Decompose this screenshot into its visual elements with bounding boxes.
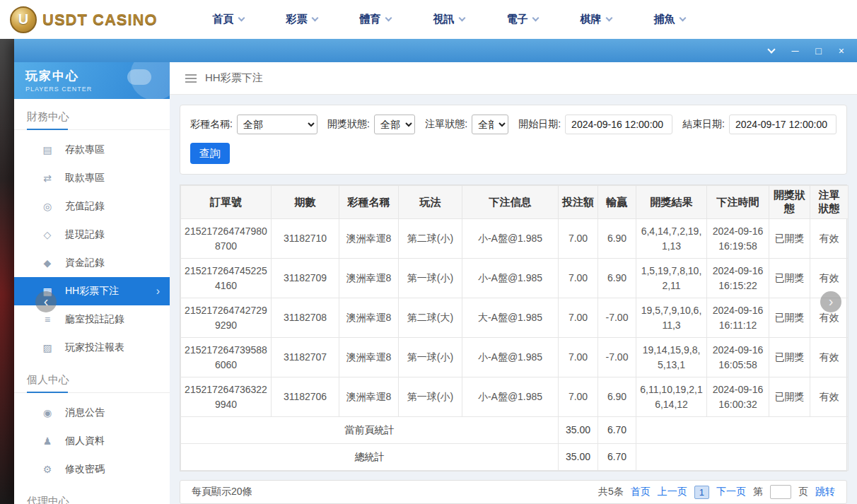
cell-period: 31182708 — [272, 298, 339, 338]
chevron-right-icon: › — [156, 285, 160, 298]
jump-button[interactable]: 跳转 — [815, 486, 835, 498]
window-minimize-button[interactable]: ─ — [791, 46, 798, 56]
nav-item-fishing[interactable]: 捕魚 — [633, 13, 706, 26]
current-page[interactable]: 1 — [694, 486, 709, 499]
cell-play: 第一球(小) — [399, 259, 462, 298]
order-status-select[interactable]: 全部 — [472, 115, 508, 134]
logo-text: USDT CASINO — [42, 11, 158, 29]
sidebar-item-cashout-record[interactable]: ◇ 提現記錄 — [14, 221, 170, 249]
cell-amount: 7.00 — [559, 338, 598, 377]
players-center-title: 玩家中心 — [25, 68, 170, 84]
cell-order: 2152172647479808700 — [181, 219, 272, 259]
cashout-record-icon: ◇ — [41, 229, 54, 240]
chevron-down-icon — [679, 15, 686, 22]
sidebar-item-label: 個人資料 — [65, 435, 105, 447]
carousel-next-button[interactable]: › — [820, 291, 841, 312]
cell-time: 2024-09-16 16:11:12 — [707, 298, 769, 338]
sidebar-item-deposit[interactable]: ▤ 存款專區 — [14, 136, 170, 164]
end-date-label: 結束日期: — [682, 118, 725, 131]
sidebar-item-recharge-record[interactable]: ◎ 充值記錄 — [14, 192, 170, 221]
draw-status-select[interactable]: 全部 — [374, 115, 415, 134]
deposit-icon: ▤ — [41, 144, 54, 156]
total-summary-amount: 35.00 — [559, 444, 598, 471]
sidebar-item-announcement[interactable]: ◉ 消息公告 — [14, 399, 170, 427]
cell-info: 大-A盤@1.985 — [462, 298, 559, 338]
sidebar-item-hall-bet-record[interactable]: ≡ 廳室投註記錄 — [14, 305, 170, 334]
page-jump-input[interactable] — [770, 485, 791, 499]
players-center-header: 玩家中心 PLAYERS CENTER — [14, 62, 170, 99]
section-personal-center: 個人中心 — [14, 362, 170, 393]
sidebar-item-player-report[interactable]: ▨ 玩家投注報表 — [14, 334, 170, 362]
nav-item-home[interactable]: 首頁 — [192, 13, 265, 26]
cell-order: 2152172647427299290 — [181, 298, 272, 338]
total-summary-winloss: 6.70 — [598, 444, 636, 471]
sidebar-item-withdraw[interactable]: ⇄ 取款專區 — [14, 164, 170, 192]
section-underline — [27, 129, 68, 130]
cell-time: 2024-09-16 16:19:58 — [707, 219, 769, 259]
sidebar-item-profile[interactable]: ♟ 個人資料 — [14, 427, 170, 455]
window-maximize-button[interactable]: □ — [815, 46, 821, 56]
cell-winloss: 6.90 — [598, 259, 636, 298]
sidebar-item-label: 資金記錄 — [65, 257, 105, 269]
menu-toggle-icon[interactable] — [185, 78, 197, 79]
cell-order-status: 有效 — [810, 338, 849, 377]
end-date-input[interactable] — [729, 115, 836, 134]
nav-item-cards[interactable]: 棋牌 — [559, 13, 633, 26]
cell-amount: 7.00 — [559, 219, 598, 259]
bets-table-panel: 訂單號 期數 彩種名稱 玩法 下注信息 投注額 輸贏 開獎結果 下注時間 開獎狀… — [180, 184, 847, 471]
cell-time: 2024-09-16 16:05:58 — [707, 338, 769, 377]
table-footer: 每頁顯示20條 共5条 首页 上一页 1 下一页 第 页 跳转 — [180, 480, 847, 504]
jump-label-prefix: 第 — [753, 486, 763, 498]
sidebar-item-label: 消息公告 — [65, 406, 105, 419]
nav-item-label: 首頁 — [213, 13, 234, 26]
cell-lottery: 澳洲幸運8 — [339, 377, 399, 417]
window-titlebar: ─ □ × — [14, 39, 857, 62]
bell-icon: ◉ — [41, 407, 54, 418]
top-navigation: U USDT CASINO 首頁 彩票 體育 視訊 電子 棋牌 捕魚 — [0, 0, 857, 39]
window-close-button[interactable]: × — [839, 46, 844, 56]
cell-order: 2152172647363229940 — [181, 377, 272, 417]
sidebar-item-label: 提現記錄 — [65, 228, 105, 241]
sidebar-item-change-password[interactable]: ⚙ 修改密碼 — [14, 455, 170, 484]
chevron-down-icon — [458, 15, 465, 22]
prev-page-link[interactable]: 上一页 — [658, 486, 687, 498]
page-summary-row: 當前頁統計 35.00 6.70 — [181, 417, 849, 444]
cell-period: 31182707 — [272, 338, 339, 377]
col-bet-info: 下注信息 — [462, 186, 559, 219]
search-button[interactable]: 查詢 — [190, 143, 230, 164]
cell-time: 2024-09-16 16:00:32 — [707, 377, 769, 417]
lottery-name-select[interactable]: 全部 — [237, 115, 317, 134]
next-page-link[interactable]: 下一页 — [716, 486, 746, 498]
start-date-input[interactable] — [565, 115, 672, 134]
draw-status-label: 開獎狀態: — [327, 118, 370, 131]
nav-item-label: 電子 — [507, 13, 528, 26]
logo-icon: U — [10, 6, 37, 33]
window-collapse-button[interactable] — [769, 49, 774, 52]
sidebar-item-label: 修改密碼 — [65, 463, 105, 476]
cell-result: 6,11,10,19,2,16,14,12 — [636, 377, 707, 417]
nav-item-slots[interactable]: 電子 — [486, 13, 559, 26]
cell-amount: 7.00 — [559, 259, 598, 298]
first-page-link[interactable]: 首页 — [631, 486, 651, 498]
col-draw-status: 開獎狀態 — [769, 186, 810, 219]
gamepad-icon — [127, 69, 151, 85]
logo[interactable]: U USDT CASINO — [10, 6, 158, 33]
nav-item-label: 彩票 — [286, 13, 308, 26]
cell-order-status: 有效 — [810, 377, 849, 417]
nav-item-live[interactable]: 視訊 — [412, 13, 486, 26]
cell-result: 19,5,7,9,10,6,11,3 — [636, 298, 707, 338]
cell-result: 6,4,14,7,2,19,1,13 — [636, 219, 707, 259]
page-size-label: 每頁顯示20條 — [192, 486, 252, 498]
carousel-prev-button[interactable]: ‹ — [35, 291, 57, 312]
total-summary-label: 總統計 — [181, 444, 559, 471]
chevron-down-icon — [532, 15, 539, 22]
nav-item-lottery[interactable]: 彩票 — [265, 13, 339, 26]
nav-item-sports[interactable]: 體育 — [339, 13, 412, 26]
sidebar-item-label: 取款專區 — [65, 172, 105, 184]
cell-draw-status: 已開獎 — [769, 338, 810, 377]
player-report-icon: ▨ — [41, 342, 54, 353]
cell-draw-status: 已開獎 — [769, 259, 810, 298]
hall-bet-record-icon: ≡ — [41, 314, 54, 325]
col-play-type: 玩法 — [399, 186, 462, 219]
sidebar-item-funds-record[interactable]: ◆ 資金記錄 — [14, 249, 170, 277]
